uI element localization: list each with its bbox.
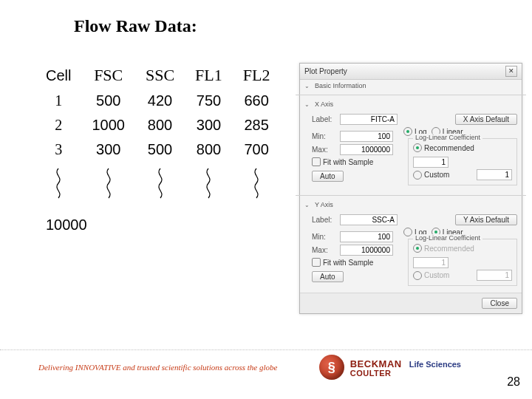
y-custom-radio: Custom bbox=[413, 271, 449, 280]
x-coef-legend: Log-Linear Coefficient bbox=[413, 134, 482, 141]
cell: 10000 bbox=[35, 211, 280, 238]
x-auto-button[interactable]: Auto bbox=[312, 171, 344, 182]
x-fit-checkbox[interactable]: Fit with Sample bbox=[312, 157, 373, 166]
chevron-down-icon: ⌄ bbox=[304, 202, 312, 208]
table-row: 1 500 420 750 660 bbox=[35, 89, 280, 114]
label: Custom bbox=[424, 271, 449, 279]
basic-info-header[interactable]: ⌄ Basic Information bbox=[300, 80, 522, 92]
col-ssc: SSC bbox=[135, 63, 185, 89]
squiggle-icon bbox=[152, 167, 168, 202]
y-max-label: Max: bbox=[312, 246, 335, 254]
section-label: X Axis bbox=[315, 100, 333, 108]
section-label: Basic Information bbox=[315, 82, 366, 89]
y-min-input[interactable] bbox=[340, 231, 393, 242]
chevron-down-icon: ⌄ bbox=[304, 101, 312, 108]
y-label-label: Label: bbox=[312, 216, 335, 224]
label: Recommended bbox=[424, 245, 474, 253]
cell: 3 bbox=[35, 138, 81, 163]
y-fit-checkbox[interactable]: Fit with Sample bbox=[312, 258, 373, 267]
col-fsc: FSC bbox=[81, 63, 135, 89]
x-max-label: Max: bbox=[312, 146, 335, 154]
y-axis-label-input[interactable] bbox=[340, 214, 398, 225]
cell: 285 bbox=[233, 114, 281, 138]
x-min-input[interactable] bbox=[340, 131, 393, 142]
x-custom-radio[interactable]: Custom bbox=[413, 171, 449, 180]
page-number: 28 bbox=[507, 375, 520, 389]
label: Recommended bbox=[424, 144, 474, 152]
table-row: 3 300 500 800 700 bbox=[35, 138, 280, 163]
cell: 660 bbox=[233, 89, 281, 114]
ellipsis-row bbox=[35, 163, 280, 211]
dialog-title: Plot Property bbox=[304, 67, 347, 75]
y-auto-button[interactable]: Auto bbox=[312, 271, 344, 282]
cell: 1000 bbox=[81, 114, 135, 138]
brand-circle-icon: § bbox=[319, 355, 344, 380]
y-axis-default-button[interactable]: Y Axis Default bbox=[455, 214, 517, 225]
squiggle-icon bbox=[50, 167, 66, 202]
col-cell: Cell bbox=[35, 63, 81, 89]
y-coef-legend: Log-Linear Coefficient bbox=[413, 234, 482, 242]
col-fl1: FL1 bbox=[185, 63, 233, 89]
table-row: 2 1000 800 300 285 bbox=[35, 114, 280, 138]
squiggle-icon bbox=[248, 167, 265, 202]
x-axis-label-input[interactable] bbox=[340, 114, 398, 125]
y-max-input[interactable] bbox=[340, 245, 393, 256]
label: Custom bbox=[424, 171, 449, 179]
x-max-input[interactable] bbox=[340, 144, 393, 155]
y-rec-value bbox=[413, 257, 449, 268]
y-axis-header[interactable]: ⌄ Y Axis bbox=[300, 199, 522, 211]
label: Fit with Sample bbox=[323, 259, 373, 267]
squiggle-icon bbox=[100, 167, 117, 202]
tagline: Delivering INNOVATIVE and trusted scient… bbox=[0, 363, 277, 372]
plot-property-dialog: Plot Property ✕ ⌄ Basic Information ⌄ X … bbox=[299, 63, 522, 314]
cell: 300 bbox=[81, 138, 135, 163]
cell: 1 bbox=[35, 89, 81, 114]
cell: 420 bbox=[135, 89, 185, 114]
slide-footer: Delivering INNOVATIVE and trusted scient… bbox=[0, 349, 532, 380]
cell: 500 bbox=[81, 89, 135, 114]
cell: 300 bbox=[185, 114, 233, 138]
close-dialog-button[interactable]: Close bbox=[482, 298, 517, 309]
x-rec-radio[interactable]: Recommended bbox=[413, 143, 474, 152]
x-min-label: Min: bbox=[312, 132, 335, 140]
x-axis-default-button[interactable]: X Axis Default bbox=[455, 114, 517, 125]
x-custom-value[interactable] bbox=[477, 169, 512, 180]
cell: 700 bbox=[233, 138, 281, 163]
chevron-down-icon: ⌄ bbox=[304, 83, 312, 89]
cell: 800 bbox=[135, 114, 185, 138]
brand-main: BECKMAN bbox=[350, 358, 402, 369]
y-rec-radio: Recommended bbox=[413, 244, 474, 253]
brand-logo: § BECKMAN Life Sciences COULTER bbox=[319, 355, 532, 380]
squiggle-icon bbox=[200, 167, 216, 202]
y-min-label: Min: bbox=[312, 233, 335, 241]
cell: 500 bbox=[135, 138, 185, 163]
x-rec-value[interactable] bbox=[413, 157, 449, 168]
close-button[interactable]: ✕ bbox=[505, 66, 517, 77]
page-title: Flow Raw Data: bbox=[74, 16, 197, 36]
cell: 800 bbox=[185, 138, 233, 163]
brand-sub: Life Sciences bbox=[409, 360, 461, 369]
brand-coulter: COULTER bbox=[350, 369, 461, 378]
raw-data-table: Cell FSC SSC FL1 FL2 1 500 420 750 660 2… bbox=[35, 63, 280, 238]
cell: 2 bbox=[35, 114, 81, 138]
col-fl2: FL2 bbox=[233, 63, 281, 89]
section-label: Y Axis bbox=[315, 201, 333, 208]
y-custom-value bbox=[477, 270, 512, 281]
label: Fit with Sample bbox=[323, 158, 373, 166]
cell: 750 bbox=[185, 89, 233, 114]
table-row: 10000 bbox=[35, 211, 280, 238]
x-axis-header[interactable]: ⌄ X Axis bbox=[300, 98, 522, 110]
x-label-label: Label: bbox=[312, 115, 335, 123]
